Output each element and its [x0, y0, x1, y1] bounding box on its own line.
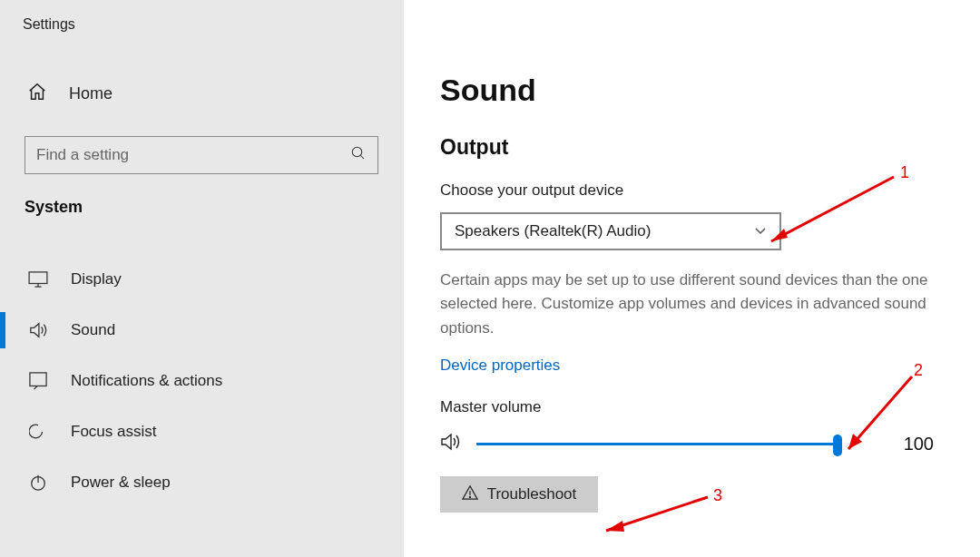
main-content: Sound Output Choose your output device S… — [422, 0, 980, 557]
sidebar-category: System — [24, 198, 83, 217]
power-icon — [27, 474, 49, 492]
focus-assist-icon — [27, 423, 49, 441]
volume-row: 100 — [440, 431, 980, 456]
troubleshoot-button[interactable]: Troubleshoot — [440, 476, 598, 513]
svg-line-5 — [360, 155, 364, 159]
dropdown-value: Speakers (Realtek(R) Audio) — [455, 222, 651, 240]
warning-icon — [462, 484, 478, 505]
sidebar-item-label: Notifications & actions — [71, 372, 222, 390]
home-icon — [27, 82, 47, 105]
home-label: Home — [69, 84, 113, 103]
page-title: Sound — [440, 73, 980, 108]
sidebar-item-sound[interactable]: Sound — [0, 305, 404, 356]
svg-point-13 — [469, 496, 470, 497]
output-help-text: Certain apps may be set up to use differ… — [440, 269, 966, 340]
sidebar-item-label: Display — [71, 270, 122, 288]
slider-thumb[interactable] — [833, 435, 842, 456]
sidebar-item-label: Focus assist — [71, 423, 156, 441]
sidebar-item-power-sleep[interactable]: Power & sleep — [0, 457, 404, 508]
output-device-dropdown[interactable]: Speakers (Realtek(R) Audio) — [440, 212, 781, 250]
search-field[interactable] — [36, 146, 350, 164]
notifications-icon — [27, 372, 49, 390]
output-header: Output — [440, 135, 980, 160]
speaker-icon[interactable] — [440, 431, 464, 456]
sidebar-item-label: Sound — [71, 321, 115, 339]
search-input[interactable] — [24, 136, 378, 174]
volume-value: 100 — [888, 434, 934, 454]
svg-rect-6 — [29, 272, 47, 284]
sidebar: Settings Home System Display Sound — [0, 0, 404, 557]
sidebar-nav: Display Sound Notifications & actions Fo… — [0, 254, 404, 508]
annotation-number-2: 2 — [914, 361, 923, 380]
annotation-number-3: 3 — [713, 486, 722, 505]
sidebar-item-label: Power & sleep — [71, 474, 171, 492]
display-icon — [27, 271, 49, 288]
sidebar-item-notifications[interactable]: Notifications & actions — [0, 356, 404, 406]
volume-slider[interactable] — [476, 443, 839, 445]
device-properties-link[interactable]: Device properties — [440, 357, 560, 375]
svg-point-4 — [352, 147, 362, 157]
troubleshoot-label: Troubleshoot — [487, 485, 577, 503]
app-title: Settings — [23, 16, 75, 33]
annotation-number-1: 1 — [900, 163, 909, 182]
sidebar-item-focus-assist[interactable]: Focus assist — [0, 406, 404, 457]
chevron-down-icon — [754, 223, 767, 239]
svg-rect-9 — [30, 373, 46, 386]
choose-device-label: Choose your output device — [440, 181, 980, 200]
sound-icon — [27, 321, 49, 339]
master-volume-label: Master volume — [440, 398, 980, 416]
search-icon — [350, 145, 367, 165]
home-nav[interactable]: Home — [27, 82, 113, 105]
sidebar-item-display[interactable]: Display — [0, 254, 404, 305]
